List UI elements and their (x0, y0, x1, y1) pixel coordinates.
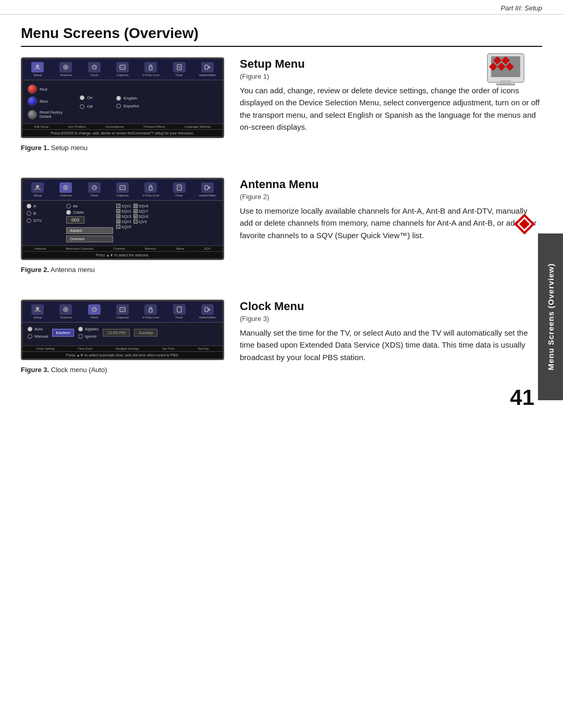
sqv3-item: ✓ SQV3 (116, 214, 131, 218)
sqv6-check: ✓ (133, 204, 138, 208)
transport-menu-label: Transport Menu (143, 125, 165, 128)
svg-rect-17 (149, 67, 152, 70)
english-label: English (124, 96, 137, 101)
ant-added-deleted: Added Deleted (66, 227, 113, 242)
timer-menu-label: Timer (175, 73, 183, 77)
setup-row-off: Off (80, 104, 111, 109)
section-antenna-right: Antenna Menu (Figure 2) Use to memorize … (240, 178, 542, 274)
clk-bottom-timezone: Time Zone (78, 347, 92, 350)
svg-point-11 (65, 66, 67, 68)
clk-vchip-icon (144, 304, 157, 315)
clk-menu-item-vchip: V-Chip Lock (137, 303, 165, 320)
ant-cable-label: Cable (73, 210, 84, 215)
captions-menu-label: Captions (116, 73, 129, 77)
clock-body: Manually set the time for the TV, or sel… (240, 327, 542, 363)
menu-item-timer: Timer (165, 61, 193, 78)
clk-menu-item-timer: Timer (165, 303, 193, 320)
clock-footer: Press ▲▼ to select automatic time; sets … (22, 351, 223, 359)
timer-menu-icon (173, 62, 186, 72)
header-bar: Part III: Setup (0, 0, 563, 15)
clock-setting-col: Auto Manual (28, 327, 48, 339)
sqv5-check (116, 225, 120, 229)
clock-heading: Clock Menu (240, 300, 542, 313)
auto-label: Auto (34, 327, 43, 331)
svg-rect-31 (149, 187, 152, 190)
svg-rect-46 (205, 307, 208, 312)
clk-menu-item-antenna: Antenna (52, 303, 80, 320)
page-title: Menu Screens (Overview) (21, 25, 542, 47)
red-ball-icon (28, 84, 37, 94)
clock-figure-caption: Figure 3. Clock menu (Auto) (21, 366, 224, 374)
ant-dtv-label: DTV (33, 218, 42, 223)
audiovideo-menu-label: Audio/Video (199, 73, 216, 77)
sqv-row-3: ✓ SQV3 ✓ SQV8 (116, 214, 148, 218)
svg-rect-44 (149, 309, 152, 312)
ant-cable-row: Cable (66, 210, 113, 215)
applies-radio (78, 327, 83, 331)
ant-av-icon (201, 182, 214, 193)
section-clock-left: Setup Antenna Clock (21, 300, 224, 374)
setup-bottom-labels: Edit Setup Icon Position Convergence Tra… (22, 124, 223, 129)
sqv7-item: ✓ SQV7 (133, 209, 149, 213)
section-setup: Setup Antenna Clock (21, 57, 542, 152)
red-label: Red (40, 87, 47, 92)
setup-row-english: English (116, 96, 139, 101)
antenna-menu-label: Antenna (60, 73, 71, 77)
antenna-channel-col: Air Cable 003 Added Deleted (66, 204, 113, 242)
svg-rect-21 (205, 65, 208, 69)
clk-menu-item-clock: Clock (80, 303, 108, 320)
ant-bottom-antenna: Antenna (34, 247, 46, 250)
antenna-screen: Setup Antenna Clock (21, 178, 224, 260)
sqv4-label: SQV4 (121, 220, 131, 224)
ant-menu-item-captions: Captions (108, 181, 137, 198)
setup-middle-col: On Off (80, 84, 111, 119)
espanol-label: Español (124, 104, 139, 108)
svg-rect-34 (205, 186, 208, 190)
antenna-heading: Antenna Menu (240, 178, 542, 191)
clk-bottom-setting: Clock Setting (36, 347, 54, 350)
svg-rect-18 (177, 65, 181, 70)
blue-ball-icon (28, 96, 37, 106)
audiovideo-menu-icon (201, 62, 214, 72)
mitsubishi-sidebar-logo (513, 213, 536, 237)
setup-menu-bar: Setup Antenna Clock (22, 59, 223, 80)
off-radio (80, 104, 84, 109)
ant-menu-item-setup: Setup (23, 181, 52, 198)
eastern-box: Eastern (52, 329, 74, 337)
edit-setup-label: Edit Setup (34, 125, 49, 128)
sqv8-label: SQV8 (139, 215, 149, 218)
sqv5-item: SQV5 (116, 225, 131, 229)
antenna-content-area: A B DTV (22, 201, 223, 245)
svg-rect-32 (177, 185, 181, 190)
iqv9-label: IQV9 (139, 220, 147, 224)
ant-air-label: Air (73, 204, 78, 208)
ant-timer-icon (173, 182, 186, 193)
ant-dtv-radio (27, 218, 31, 223)
ant-dtv-row: DTV (27, 218, 63, 223)
clk-menu-item-av: Audio/Video (193, 303, 222, 320)
sqv3-label: SQV3 (121, 215, 131, 218)
ant-menu-item-clock: Clock (80, 181, 108, 198)
clock-menu-label: Clock (90, 73, 98, 77)
svg-rect-3 (496, 83, 515, 85)
setup-menu-icon (31, 62, 44, 72)
ant-b-row: B (27, 211, 63, 216)
antenna-body: Use to memorize locally available channe… (240, 205, 542, 241)
section-clock-right: Clock Menu (Figure 3) Manually set the t… (240, 300, 542, 374)
sqv6-label: SQV6 (139, 204, 149, 208)
breadcrumb: Part III: Setup (501, 4, 543, 12)
ant-menu-item-av: Audio/Video (193, 181, 222, 198)
ant-bottom-memorize: Memorize Channels (66, 247, 93, 250)
svg-point-25 (65, 187, 67, 189)
ant-deleted-box: Deleted (66, 236, 113, 242)
ant-setup-icon (31, 182, 44, 193)
setup-row-on: On (80, 95, 111, 100)
reset-factory-label: Reset FactoryDefault (40, 110, 63, 119)
applies-row: Applies (78, 327, 99, 331)
sqv-row-2: ✓ SQV2 ✓ SQV7 (116, 209, 148, 213)
clk-bottom-setday: Set Day (198, 347, 209, 350)
ant-antenna-icon (59, 182, 72, 193)
svg-point-36 (36, 307, 39, 310)
off-label: Off (87, 104, 93, 109)
svg-rect-45 (177, 307, 181, 312)
